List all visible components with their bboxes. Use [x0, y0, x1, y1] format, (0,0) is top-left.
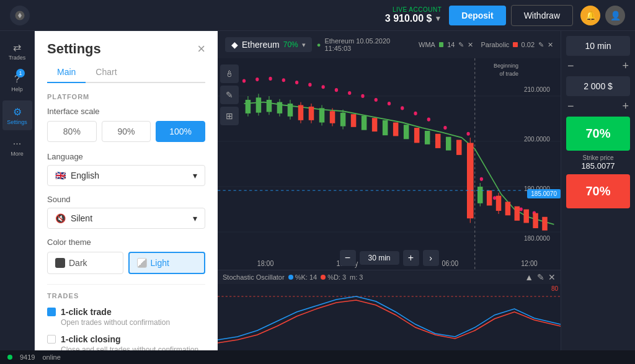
wma-label: WMA [419, 41, 435, 48]
svg-point-20 [427, 118, 430, 122]
settings-close-button[interactable]: × [197, 41, 205, 57]
settings-panel: Settings × Main Chart PLATFORM Interface… [35, 31, 218, 350]
scale-90-button[interactable]: 90% [102, 121, 151, 142]
wma-value: 14 [447, 41, 455, 48]
language-value: English [71, 171, 99, 180]
settings-header: Settings × [35, 31, 218, 62]
connection-status-dot [7, 355, 12, 360]
amount-minus-button[interactable]: − [567, 100, 574, 113]
ethereum-icon: ◆ [231, 40, 238, 50]
svg-rect-54 [414, 128, 420, 143]
time-value: 10 min [571, 41, 625, 51]
settings-content: PLATFORM Interface scale 80% 90% 100% La… [35, 83, 218, 350]
one-click-closing-checkbox[interactable] [47, 335, 56, 344]
nav-sidebar: ⇄ Trades ? 1 Help ⚙ Settings ··· More [0, 31, 35, 350]
price-label-3: 180.0000 [524, 235, 558, 242]
close-icon-wma[interactable]: ✕ [468, 41, 473, 49]
chart-area: ◆ Ethereum 70% ▾ ● Ethereum 10.05.2020 1… [218, 31, 561, 350]
svg-point-12 [321, 85, 324, 89]
withdraw-button[interactable]: Withdraw [511, 5, 573, 26]
asset-percent: 70% [283, 40, 298, 49]
zoom-in-button[interactable]: + [403, 250, 419, 266]
svg-rect-50 [372, 118, 378, 131]
oscillator-edit-button[interactable]: ✎ [537, 272, 544, 282]
chart-timestamp: Ethereum 10.05.2020 11:45:03 [324, 37, 410, 52]
current-price-tag: 185.0070 [527, 189, 561, 198]
theme-dark-button[interactable]: Dark [47, 252, 123, 274]
candlestick-chart: 18:00 10 May 06:00 12:00 [218, 58, 561, 270]
one-click-trade-label: 1-click trade [61, 307, 112, 317]
amount-selector: 2 000 $ [566, 76, 630, 96]
timeframe-badge: 30 min [359, 251, 399, 265]
oscillator-level: 80 [551, 285, 558, 292]
chart-toolbar: ◆ Ethereum 70% ▾ ● Ethereum 10.05.2020 1… [218, 31, 561, 58]
sidebar-item-more[interactable]: ··· More [2, 133, 32, 162]
sidebar-item-settings[interactable]: ⚙ Settings [2, 100, 32, 130]
svg-point-10 [295, 81, 298, 84]
settings-label: Settings [7, 119, 27, 125]
dark-theme-label: Dark [69, 258, 87, 268]
settings-title: Settings [47, 41, 101, 57]
user-avatar[interactable]: 👤 [605, 6, 625, 25]
tab-chart[interactable]: Chart [86, 62, 127, 83]
candle-tool-button[interactable]: 🕯 [220, 64, 239, 83]
time-plus-button[interactable]: + [622, 60, 629, 73]
wma-color-dot [439, 42, 443, 47]
language-flag: 🇬🇧 [55, 171, 66, 180]
m-label: m: 3 [350, 273, 363, 281]
oscillator-header: Stochastic Oscillator %K: 14 %D: 3 m: 3 … [218, 270, 561, 284]
deposit-button[interactable]: Deposit [449, 6, 505, 25]
notification-icon[interactable]: 🔔 [580, 6, 600, 25]
main-content: ⇄ Trades ? 1 Help ⚙ Settings ··· More Se… [0, 31, 635, 350]
scale-100-button[interactable]: 100% [156, 121, 205, 142]
down-button[interactable]: 70% [566, 174, 630, 208]
more-icon: ··· [13, 138, 21, 149]
asset-dropdown-icon[interactable]: ▾ [302, 41, 306, 49]
balance-value: 3 910.00 $ [385, 13, 432, 24]
up-button[interactable]: 70% [566, 117, 630, 151]
one-click-trade-checkbox[interactable] [47, 308, 56, 316]
sidebar-item-help[interactable]: ? 1 Help [2, 68, 32, 98]
layout-tool-button[interactable]: ⊞ [220, 107, 239, 125]
light-theme-icon [137, 258, 147, 268]
beginning-of-trade-label: Beginning of trade [494, 62, 518, 78]
sound-selector[interactable]: 🔇 Silent ▾ [47, 208, 205, 229]
svg-point-21 [443, 126, 446, 130]
close-icon-parabolic[interactable]: ✕ [548, 41, 553, 49]
language-selector[interactable]: 🇬🇧 English ▾ [47, 165, 205, 186]
indicator-row: ● Ethereum 10.05.2020 11:45:03 WMA 14 ✎ … [317, 37, 553, 52]
k-label: %K: 14 [295, 273, 317, 281]
d-label: %D: 3 [327, 273, 346, 281]
svg-rect-63 [487, 190, 492, 205]
help-icon: ? 1 [14, 74, 20, 85]
chart-tool-sidebar: 🕯 ✎ ⊞ [220, 64, 239, 125]
pencil-icon-parabolic[interactable]: ✎ [538, 41, 544, 49]
account-type-label: LIVE ACCOUNT [393, 6, 442, 13]
sound-icon: 🔇 [55, 213, 66, 223]
one-click-closing-option: 1-click closing Close and sell trades wi… [47, 334, 205, 350]
oscillator-up-button[interactable]: ▲ [525, 272, 533, 282]
asset-selector[interactable]: ◆ Ethereum 70% ▾ [225, 37, 312, 52]
scale-80-button[interactable]: 80% [47, 121, 97, 142]
draw-tool-button[interactable]: ✎ [220, 86, 239, 104]
sidebar-item-trades[interactable]: ⇄ Trades [2, 36, 32, 66]
tab-main[interactable]: Main [47, 62, 86, 83]
price-labels: 210.0000 200.0000 190.0000 180.0000 [524, 58, 558, 270]
amount-plus-button[interactable]: + [622, 100, 629, 113]
parabolic-label: Parabolic [481, 41, 509, 48]
oscillator-close-button[interactable]: ✕ [548, 272, 556, 282]
zoom-out-button[interactable]: − [339, 250, 355, 266]
chart-forward-button[interactable]: › [423, 250, 439, 266]
theme-light-button[interactable]: Light [128, 252, 206, 274]
pencil-icon-wma[interactable]: ✎ [458, 41, 464, 49]
svg-rect-67 [515, 206, 520, 221]
balance-dropdown-icon[interactable]: ▼ [434, 14, 442, 23]
trades-label: Trades [9, 55, 26, 61]
svg-point-24 [493, 196, 496, 200]
divider [47, 284, 205, 285]
svg-point-23 [480, 177, 483, 181]
svg-point-9 [282, 78, 285, 82]
time-minus-button[interactable]: − [567, 60, 574, 73]
color-theme-label: Color theme [47, 237, 205, 247]
language-dropdown-icon: ▾ [193, 171, 197, 180]
